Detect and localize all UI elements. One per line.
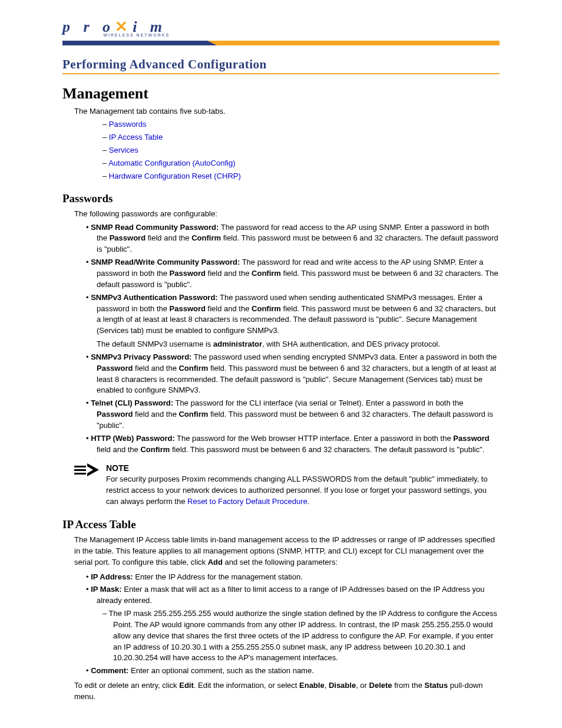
note-body: For security purposes Proxim recommends …: [106, 474, 500, 508]
list-item: Comment: Enter an optional comment, such…: [86, 666, 500, 677]
svg-rect-2: [74, 473, 86, 475]
list-item: SNMP Read/Write Community Password: The …: [86, 257, 500, 291]
note-block: NOTE For security purposes Proxim recomm…: [74, 463, 500, 508]
ip-access-list-2: Comment: Enter an optional comment, such…: [86, 666, 500, 677]
page-title: Management: [62, 85, 500, 103]
list-item: The IP mask 255.255.255.255 would author…: [103, 608, 500, 664]
list-item: SNMPv3 Privacy Password: The password us…: [86, 352, 500, 396]
list-item: SNMP Read Community Password: The passwo…: [86, 222, 500, 256]
ip-access-heading: IP Access Table: [62, 518, 500, 531]
ip-access-intro: The Management IP Access table limits in…: [74, 535, 500, 568]
logo: p r o✕i m WIRELESS NETWORKS: [62, 18, 167, 36]
svg-rect-1: [74, 469, 86, 471]
list-item: IP Mask: Enter a mask that will act as a…: [86, 584, 500, 607]
management-intro: The Management tab contains five sub-tab…: [74, 106, 500, 117]
note-arrow-icon: [74, 463, 99, 478]
svg-rect-0: [74, 466, 86, 467]
subtab-list: Passwords IP Access Table Services Autom…: [103, 119, 500, 182]
list-item: HTTP (Web) Password: The password for th…: [86, 433, 500, 456]
header-divider: [62, 41, 500, 45]
note-label: NOTE: [106, 463, 500, 473]
link-factory-reset[interactable]: Reset to Factory Default Procedure: [187, 497, 308, 506]
ip-access-edit: To edit or delete an entry, click Edit. …: [74, 680, 500, 703]
link-chrp[interactable]: Hardware Configuration Reset (CHRP): [109, 172, 241, 180]
ip-access-list: IP Address: Enter the IP Address for the…: [86, 572, 500, 607]
svg-marker-3: [87, 463, 99, 476]
list-item: IP Address: Enter the IP Address for the…: [86, 572, 500, 583]
list-item: Telnet (CLI) Password: The password for …: [86, 398, 500, 431]
header: p r o✕i m WIRELESS NETWORKS: [62, 18, 500, 36]
link-services[interactable]: Services: [109, 146, 138, 154]
passwords-intro: The following passwords are configurable…: [74, 209, 500, 219]
passwords-heading: Passwords: [62, 192, 500, 205]
section-heading: Performing Advanced Configuration: [62, 57, 500, 74]
list-item: SNMPv3 Authentication Password: The pass…: [86, 292, 500, 350]
link-passwords[interactable]: Passwords: [109, 120, 147, 129]
link-ip-access-table[interactable]: IP Access Table: [109, 133, 163, 141]
logo-subtext: WIRELESS NETWORKS: [104, 33, 170, 37]
link-autoconfig[interactable]: Automatic Configuration (AutoConfig): [108, 159, 235, 167]
ip-mask-detail: The IP mask 255.255.255.255 would author…: [103, 608, 500, 664]
passwords-list: SNMP Read Community Password: The passwo…: [86, 222, 500, 456]
